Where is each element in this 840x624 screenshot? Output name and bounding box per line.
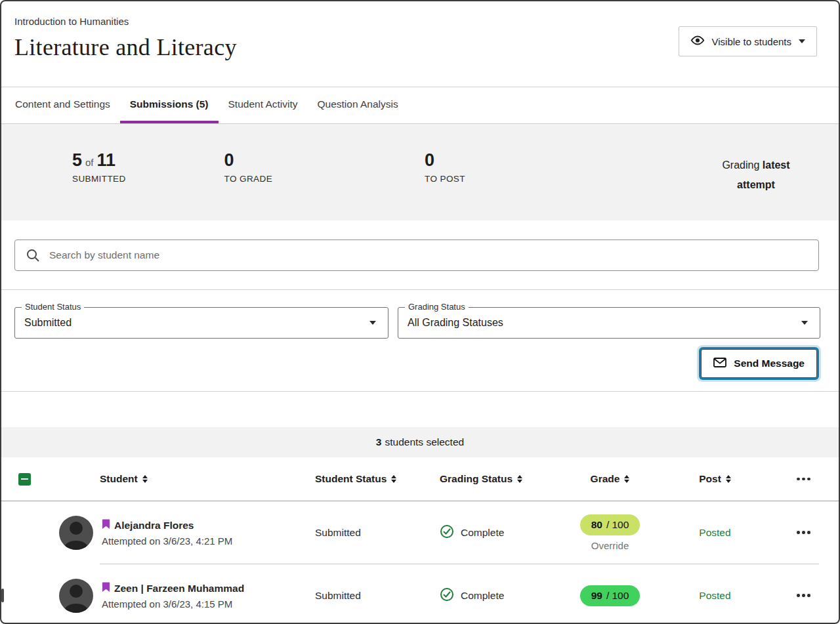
grading-status-select[interactable]: Grading Status All Grading Statuses (398, 307, 820, 339)
grade-value: 80 (591, 519, 602, 531)
chevron-down-icon (799, 39, 805, 43)
tab-content-and-settings[interactable]: Content and Settings (5, 87, 120, 123)
grading-status-select-value: All Grading Statuses (408, 317, 801, 329)
row-options-menu-icon[interactable] (793, 527, 814, 538)
send-message-row: Send Message (1, 339, 839, 391)
to-post-count: 0 (425, 150, 465, 171)
student-name[interactable]: Alejandra Flores (114, 520, 194, 531)
search-icon (26, 248, 40, 265)
selection-count: 3 (376, 436, 382, 447)
tab-student-activity[interactable]: Student Activity (219, 87, 308, 123)
post-status[interactable]: Posted (664, 590, 766, 602)
grade-pill[interactable]: 99 / 100 (580, 585, 640, 606)
to-grade-label: TO GRADE (224, 174, 272, 184)
chevron-down-icon (369, 321, 376, 325)
column-grading-status: Grading Status (440, 473, 513, 485)
search-section (1, 220, 839, 289)
submitted-label: SUBMITTED (72, 174, 126, 184)
sort-icon[interactable] (391, 475, 396, 483)
grade-max: / 100 (606, 590, 629, 602)
table-row: Alejandra Flores Attempted on 3/6/23, 4:… (1, 501, 839, 564)
student-status-select[interactable]: Student Status Submitted (14, 307, 388, 339)
row-options-menu-icon[interactable] (793, 590, 814, 601)
send-message-button[interactable]: Send Message (701, 349, 817, 378)
selection-summary: 3 students selected (1, 427, 839, 457)
submitted-count: 5 (72, 150, 82, 170)
complete-check-icon (440, 524, 454, 541)
attempt-info: Attempted on 3/6/23, 4:15 PM (102, 598, 244, 610)
grading-status-value: Complete (461, 527, 504, 539)
column-post: Post (699, 473, 721, 485)
row-checkbox[interactable] (1, 589, 4, 602)
grading-mode: Grading latest attempt (710, 156, 802, 220)
chevron-down-icon (801, 321, 808, 325)
tab-bar: Content and Settings Submissions (5) Stu… (1, 87, 839, 124)
grade-max: / 100 (606, 519, 629, 531)
attempt-info: Attempted on 3/6/23, 4:21 PM (102, 535, 232, 547)
table-header-row: Student Student Status Grading Status Gr… (1, 457, 839, 501)
visibility-button[interactable]: Visible to students (679, 26, 817, 56)
post-status[interactable]: Posted (664, 527, 766, 539)
grade-pill[interactable]: 80 / 100 (580, 514, 640, 535)
column-student-status: Student Status (315, 473, 387, 485)
sort-icon[interactable] (726, 475, 731, 483)
grade-value: 99 (591, 590, 602, 602)
stat-to-post: 0 TO POST (425, 150, 465, 220)
student-status-value: Submitted (303, 527, 440, 539)
to-grade-count: 0 (224, 150, 272, 171)
table-row: Zeen | Farzeen Muhammad Attempted on 3/6… (1, 564, 839, 624)
to-post-label: TO POST (425, 174, 465, 184)
select-all-checkbox[interactable] (18, 473, 31, 486)
submitted-total: 11 (97, 150, 116, 170)
tab-question-analysis[interactable]: Question Analysis (307, 87, 408, 123)
stats-bar: 5of11 SUBMITTED 0 TO GRADE 0 TO POST Gra… (1, 124, 839, 220)
bookmark-icon (102, 519, 110, 532)
stat-submitted: 5of11 SUBMITTED (72, 150, 126, 220)
student-status-select-value: Submitted (24, 317, 369, 329)
grade-override-note: Override (591, 540, 629, 551)
course-name: Introduction to Humanities (14, 16, 818, 27)
tab-submissions[interactable]: Submissions (5) (120, 87, 219, 123)
avatar (59, 516, 93, 550)
search-input[interactable] (14, 239, 819, 271)
column-student: Student (100, 473, 138, 485)
bookmark-icon (102, 582, 110, 595)
send-message-label: Send Message (734, 358, 805, 369)
page-header: Introduction to Humanities Literature an… (1, 1, 839, 87)
sort-icon[interactable] (624, 475, 629, 483)
envelope-icon (713, 358, 726, 370)
eye-icon (690, 35, 705, 47)
filters-row: Student Status Submitted Grading Status … (1, 290, 839, 339)
student-status-select-label: Student Status (22, 302, 84, 312)
assessment-page: Introduction to Humanities Literature an… (0, 0, 840, 624)
stat-to-grade: 0 TO GRADE (224, 150, 272, 220)
sort-icon[interactable] (517, 475, 522, 483)
table-options-menu-icon[interactable] (793, 474, 814, 485)
column-grade: Grade (591, 473, 620, 485)
grading-status-select-label: Grading Status (405, 302, 469, 312)
selection-label: students selected (385, 436, 464, 448)
grading-mode-prefix: Grading (722, 159, 759, 171)
sort-icon[interactable] (142, 475, 148, 483)
complete-check-icon (440, 587, 454, 604)
avatar (59, 579, 93, 613)
section-divider (1, 391, 839, 392)
grading-status-value: Complete (461, 590, 504, 602)
submitted-of: of (85, 157, 94, 168)
student-status-value: Submitted (303, 590, 440, 602)
visibility-label: Visible to students (712, 36, 791, 47)
student-name[interactable]: Zeen | Farzeen Muhammad (114, 583, 244, 594)
